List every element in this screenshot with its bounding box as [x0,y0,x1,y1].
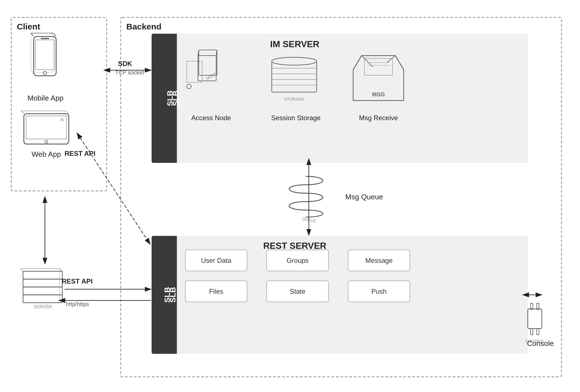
svg-text:Client: Client [17,22,40,31]
diagram-container: SLB SLB [0,0,580,392]
svg-rect-17 [41,38,49,39]
svg-text:Web App: Web App [31,150,61,158]
svg-rect-22 [24,114,69,144]
svg-line-18 [31,33,34,37]
svg-rect-66 [348,250,410,271]
svg-text:REST API: REST API [62,277,93,285]
svg-rect-40 [199,50,217,75]
svg-rect-62 [537,329,539,335]
svg-text:Message: Message [365,257,392,264]
svg-text:SDK: SDK [118,60,132,67]
svg-point-52 [272,57,317,65]
svg-line-26 [60,118,64,121]
svg-rect-6 [152,34,528,163]
svg-text:REST API: REST API [65,150,95,157]
svg-line-41 [198,50,199,56]
svg-rect-33 [23,271,62,279]
svg-text:Files: Files [209,288,223,295]
svg-text:CONTROL: CONTROL [525,339,545,343]
svg-rect-46 [272,61,317,92]
svg-line-90 [80,138,150,244]
svg-text:Mobile App: Mobile App [28,94,64,102]
svg-rect-67 [185,281,247,302]
svg-line-42 [216,50,217,56]
svg-rect-68 [267,281,328,302]
svg-text:IM SERVER: IM SERVER [270,39,319,49]
svg-text:User Data: User Data [201,257,232,264]
svg-text:STORAGE: STORAGE [284,97,304,101]
svg-rect-59 [531,303,533,309]
svg-text:MSG: MSG [372,91,385,97]
svg-text:Access Node: Access Node [191,114,231,122]
svg-rect-21 [31,33,53,72]
svg-text:Groups: Groups [287,257,309,264]
svg-text:SLB: SLB [166,90,174,106]
svg-rect-31 [23,287,62,295]
svg-text:QUEUE: QUEUE [302,216,316,223]
svg-rect-65 [267,250,328,271]
svg-rect-12 [166,236,177,354]
svg-text:REST SERVER: REST SERVER [263,241,326,251]
svg-text:Console: Console [527,339,554,348]
svg-rect-64 [185,250,247,271]
svg-rect-32 [23,279,62,287]
svg-line-27 [21,111,24,114]
svg-rect-15 [35,40,54,70]
svg-text:SLB: SLB [168,287,177,303]
svg-line-28 [66,111,69,114]
svg-rect-53 [364,58,392,75]
svg-point-16 [43,71,47,75]
svg-text:Backend: Backend [126,22,161,31]
svg-rect-5 [121,17,561,377]
svg-text:Msg Receive: Msg Receive [359,114,398,122]
svg-line-19 [53,33,56,37]
svg-rect-8 [152,34,177,163]
svg-line-25 [60,118,64,121]
svg-rect-58 [528,309,542,329]
svg-text:Session Storage: Session Storage [271,114,321,122]
svg-rect-69 [348,281,410,302]
svg-line-36 [60,268,62,271]
svg-rect-9 [166,34,177,163]
svg-text:Msg Queue: Msg Queue [345,193,383,201]
svg-rect-39 [198,56,216,81]
svg-rect-11 [152,236,177,354]
svg-rect-4 [11,17,107,191]
svg-rect-60 [537,303,539,309]
svg-rect-23 [26,116,67,139]
svg-text:http/https: http/https [66,301,89,307]
svg-rect-30 [23,295,62,303]
svg-text:SLB: SLB [163,287,172,303]
svg-text:SERVER: SERVER [33,304,52,309]
svg-text:State: State [290,288,305,295]
svg-text:TCP socket: TCP socket [115,69,144,76]
svg-rect-43 [187,61,202,82]
svg-point-24 [45,140,48,143]
svg-text:SLB: SLB [171,90,180,106]
svg-rect-61 [531,329,533,335]
svg-text:Push: Push [371,288,387,295]
svg-text:NODE: NODE [205,71,217,81]
svg-line-35 [20,268,23,271]
svg-rect-7 [152,236,528,354]
svg-rect-14 [34,37,56,76]
svg-point-44 [187,84,191,89]
